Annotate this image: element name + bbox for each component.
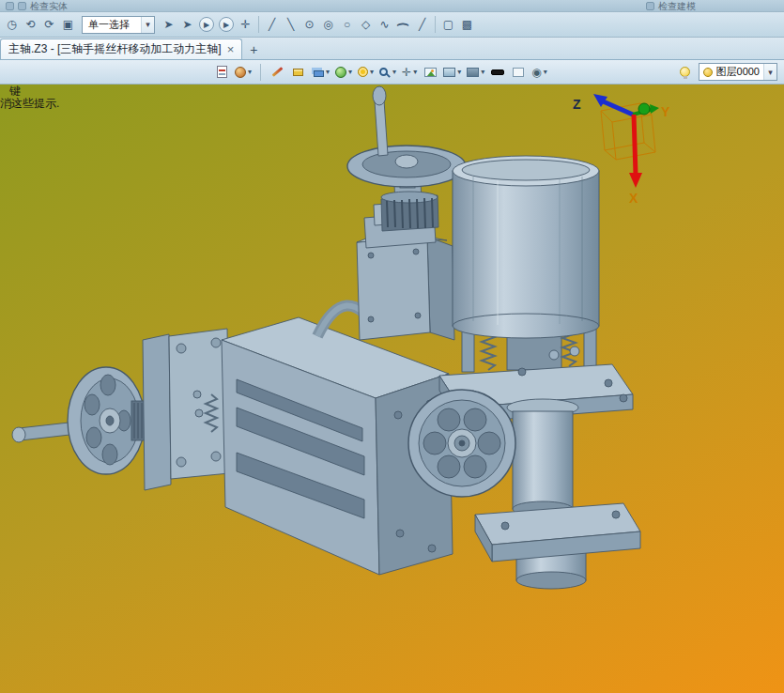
selection-mode-select[interactable]: 单一选择 ▾ — [82, 16, 155, 34]
slash-tool-icon[interactable]: ╱ — [413, 16, 431, 34]
ribbon-group-check-entity[interactable]: 检查实体 — [30, 0, 68, 12]
redo-icon[interactable]: ⟳ — [40, 16, 58, 34]
white-plane-icon[interactable] — [511, 63, 526, 82]
orientation-triad[interactable]: Z Y X — [565, 88, 687, 212]
reference-icon[interactable]: ▢ — [439, 16, 457, 34]
layer-cluster: 图层0000 ▾ — [678, 63, 780, 82]
toolbar-separator — [258, 16, 259, 33]
viewport-3d[interactable]: 键 消这些提示. — [0, 85, 784, 693]
view-toolbar: ▾ ▾ ▾ ▾ ▾ ✛▾ ▾ ▾ ◉▾ 图层0000 ▾ — [0, 60, 784, 85]
spline-tool-icon[interactable]: ∿ — [376, 16, 393, 34]
hint-line-2: 消这些提示. — [0, 98, 59, 110]
z-axis-arrow — [601, 100, 633, 115]
layer-select[interactable]: 图层0000 ▾ — [699, 63, 777, 81]
line-tool-icon[interactable]: ╱ — [263, 16, 281, 34]
black-bar-icon[interactable] — [490, 63, 505, 82]
selection-mode-value: 单一选择 — [83, 18, 141, 32]
arc-tool-icon[interactable]: ( — [394, 16, 412, 34]
solid-stack-icon[interactable]: ▾ — [311, 63, 330, 82]
ribbon-group-check-modeling[interactable]: 检查建模 — [658, 0, 696, 12]
point-tool-icon[interactable]: ⊙ — [300, 16, 318, 34]
visibility-eye-icon[interactable]: ◉▾ — [531, 63, 547, 82]
tab-label: 主轴.Z3 - [三轴手摇丝杆移动加工动力主轴] — [8, 41, 222, 57]
extrude-box-icon[interactable] — [290, 63, 305, 82]
image-capture-icon[interactable] — [423, 63, 438, 82]
lightbulb-icon[interactable] — [678, 63, 693, 82]
render-mode-icon[interactable]: ▾ — [335, 63, 352, 82]
z-axis-label: Z — [573, 97, 581, 112]
chevron-down-icon[interactable]: ▾ — [141, 17, 154, 33]
toolbar-separator — [260, 64, 261, 81]
undo-icon[interactable]: ⟲ — [22, 16, 39, 34]
section-view-icon[interactable]: ▾ — [358, 63, 374, 82]
selection-toolbar: ◷ ⟲ ⟳ ▣ 单一选择 ▾ ➤ ➤ ▶ ▶ ✛ ╱ ╲ ⊙ ◎ ○ ◇ ∿ (… — [0, 12, 784, 38]
x-axis-label: X — [629, 191, 638, 206]
check-entity-icon[interactable] — [6, 2, 14, 10]
viewport-hint-text: 键 消这些提示. — [0, 85, 59, 110]
x-axis-arrow — [634, 115, 636, 175]
view-orient-icon[interactable]: ✛▾ — [402, 63, 417, 82]
circle-tool-icon[interactable]: ○ — [338, 16, 356, 34]
pick-cursor-icon[interactable]: ➤ — [160, 16, 177, 34]
document-tab-bar: 主轴.Z3 - [三轴手摇丝杆移动加工动力主轴] × + — [0, 38, 784, 60]
filter-square-icon[interactable]: ▣ — [59, 16, 77, 34]
check-entity-icon-2[interactable] — [18, 2, 26, 10]
cad-application-window: 检查实体 检查建模 ◷ ⟲ ⟳ ▣ 单一选择 ▾ ➤ ➤ ▶ ▶ ✛ ╱ ╲ ⊙… — [0, 0, 784, 693]
polygon-tool-icon[interactable]: ◇ — [357, 16, 375, 34]
play-icon[interactable]: ▶ — [199, 17, 214, 32]
polyline-tool-icon[interactable]: ╲ — [282, 16, 300, 34]
layer-value: 图层0000 — [716, 65, 760, 79]
toolbar-separator — [435, 16, 436, 33]
tab-close-icon[interactable]: × — [227, 42, 235, 56]
hatch-icon[interactable]: ▩ — [458, 16, 476, 34]
y-axis-label: Y — [661, 104, 670, 119]
history-icon[interactable]: ◷ — [3, 16, 21, 34]
zoom-icon[interactable]: ▾ — [379, 63, 396, 82]
chevron-down-icon[interactable]: ▾ — [763, 64, 776, 80]
pick-add-cursor-icon[interactable]: ➤ — [178, 16, 196, 34]
display-mode-icon[interactable]: ▾ — [443, 63, 461, 82]
layer-color-icon — [703, 68, 713, 77]
move-icon[interactable]: ✛ — [237, 16, 254, 34]
background-icon[interactable]: ▾ — [467, 63, 484, 82]
new-tab-button[interactable]: + — [242, 40, 265, 59]
check-modeling-icon[interactable] — [646, 2, 654, 10]
tab-active-document[interactable]: 主轴.Z3 - [三轴手摇丝杆移动加工动力主轴] × — [0, 38, 242, 59]
ribbon-strip: 检查实体 检查建模 — [0, 0, 784, 12]
sketch-pencil-icon[interactable] — [269, 63, 284, 82]
material-ball-icon[interactable]: ▾ — [235, 63, 252, 82]
file-part-icon[interactable] — [214, 63, 229, 82]
y-axis-ball — [638, 103, 650, 115]
play-alt-icon[interactable]: ▶ — [219, 17, 234, 32]
center-circle-tool-icon[interactable]: ◎ — [319, 16, 337, 34]
